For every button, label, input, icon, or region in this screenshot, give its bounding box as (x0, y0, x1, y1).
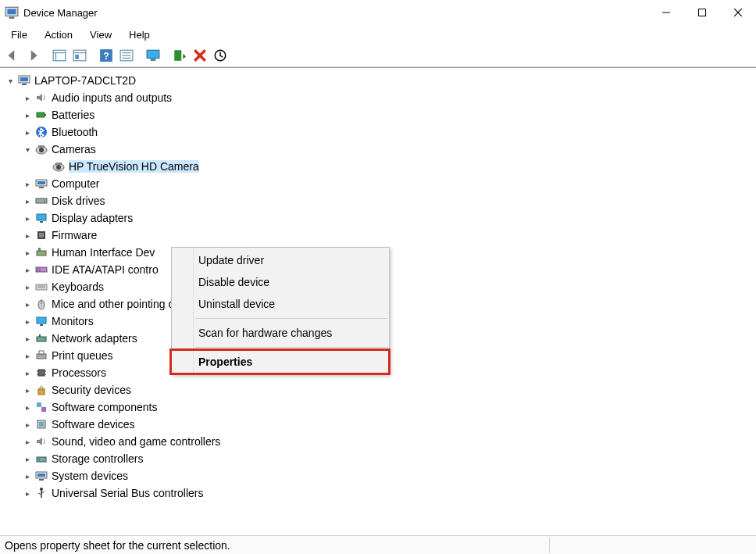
chevron-right-icon[interactable]: ▸ (22, 109, 33, 120)
chevron-right-icon[interactable]: ▸ (22, 402, 33, 413)
chevron-right-icon[interactable]: ▸ (22, 230, 33, 241)
chevron-right-icon[interactable]: ▸ (22, 92, 33, 103)
context-menu-update-driver[interactable]: Update driver (172, 249, 389, 271)
svg-point-73 (38, 459, 40, 460)
menu-action[interactable]: Action (37, 27, 80, 42)
toolbar-forward-button[interactable] (23, 46, 42, 65)
toolbar-uninstall-button[interactable] (191, 46, 209, 65)
chevron-right-icon[interactable]: ▸ (22, 298, 33, 309)
statusbar-separator (549, 538, 550, 553)
toolbar-scan-button[interactable] (170, 46, 189, 65)
tree-item-disk[interactable]: ▸ Disk drives (0, 192, 756, 209)
tree-root[interactable]: ▾ LAPTOP-7ADCLT2D (0, 72, 756, 89)
cpu-icon (34, 366, 48, 380)
chevron-right-icon[interactable]: ▸ (22, 384, 33, 395)
chevron-right-icon[interactable]: ▸ (22, 436, 33, 447)
context-menu-uninstall-device[interactable]: Uninstall device (172, 293, 389, 315)
svg-rect-26 (20, 77, 28, 81)
svg-rect-42 (37, 214, 46, 220)
tree-item-computer[interactable]: ▸ Computer (0, 175, 756, 192)
chevron-right-icon[interactable]: ▸ (22, 178, 33, 189)
menu-file[interactable]: File (3, 27, 35, 42)
titlebar: Device Manager (0, 0, 756, 25)
svg-rect-36 (55, 163, 62, 165)
disk-icon (34, 194, 48, 208)
svg-rect-62 (38, 370, 45, 376)
svg-rect-68 (37, 402, 41, 407)
sound-icon (34, 434, 48, 449)
maximize-button[interactable] (684, 0, 720, 25)
toolbar-help-button[interactable]: ? (97, 46, 116, 65)
svg-rect-56 (37, 317, 46, 323)
window-controls (648, 0, 756, 25)
tree-item-firmware[interactable]: ▸ Firmware (0, 227, 756, 244)
minimize-button[interactable] (648, 0, 684, 25)
toolbar-back-button[interactable] (3, 46, 22, 65)
context-menu-disable-device[interactable]: Disable device (172, 271, 389, 293)
chevron-right-icon[interactable]: ▸ (22, 470, 33, 481)
tree-item-cameras[interactable]: ▾ Cameras (0, 141, 756, 158)
svg-rect-29 (45, 114, 46, 116)
tree-item-sound[interactable]: ▸ Sound, video and game controllers (0, 433, 756, 450)
chevron-down-icon[interactable]: ▾ (22, 144, 33, 155)
toolbar-properties-button[interactable] (70, 46, 89, 65)
toolbar-monitor-button[interactable] (144, 46, 162, 65)
svg-rect-67 (38, 389, 45, 395)
tree-item-audio[interactable]: ▸ Audio inputs and outputs (0, 89, 756, 106)
svg-rect-28 (37, 113, 45, 117)
tree-item-security[interactable]: ▸ Security devices (0, 381, 756, 399)
svg-rect-76 (39, 479, 44, 481)
software-dev-icon (34, 417, 48, 431)
tree-item-usb[interactable]: ▸ Universal Serial Bus controllers (0, 484, 756, 502)
svg-point-77 (40, 488, 43, 491)
svg-rect-58 (37, 337, 46, 341)
svg-point-32 (39, 148, 44, 152)
chevron-right-icon[interactable]: ▸ (22, 247, 33, 258)
ide-icon (34, 263, 48, 277)
toolbar-showhide-button[interactable] (50, 46, 69, 65)
chevron-right-icon[interactable]: ▸ (22, 264, 33, 275)
tree-item-hp-camera[interactable]: HP TrueVision HD Camera (0, 158, 756, 175)
tree-item-batteries[interactable]: ▸ Batteries (0, 106, 756, 123)
tree-item-display[interactable]: ▸ Display adapters (0, 209, 756, 227)
svg-rect-46 (37, 251, 46, 256)
svg-rect-33 (38, 145, 45, 148)
chevron-right-icon[interactable]: ▸ (22, 419, 33, 430)
chevron-right-icon[interactable]: ▸ (22, 195, 33, 206)
svg-rect-20 (151, 59, 156, 60)
context-menu-properties[interactable]: Properties (172, 351, 389, 373)
tree-item-software-devices[interactable]: ▸ Software devices (0, 416, 756, 433)
chevron-right-icon[interactable]: ▸ (22, 213, 33, 223)
display-icon (34, 211, 48, 225)
chevron-right-icon[interactable]: ▸ (22, 350, 33, 361)
usb-icon (34, 486, 48, 500)
keyboard-icon (34, 280, 48, 294)
statusbar: Opens property sheet for the current sel… (0, 535, 756, 554)
chevron-right-icon[interactable]: ▸ (22, 333, 33, 344)
chevron-right-icon[interactable]: ▸ (22, 453, 33, 464)
chevron-down-icon[interactable]: ▾ (5, 75, 16, 86)
tree-item-storage[interactable]: ▸ Storage controllers (0, 450, 756, 467)
chevron-right-icon[interactable]: ▸ (22, 127, 33, 138)
computer-icon (34, 177, 48, 191)
svg-rect-19 (147, 50, 159, 58)
toolbar-actions-button[interactable] (117, 46, 136, 65)
chevron-right-icon[interactable]: ▸ (22, 281, 33, 292)
context-menu-scan-hardware[interactable]: Scan for hardware changes (172, 322, 389, 344)
svg-rect-12 (75, 54, 79, 59)
chevron-right-icon[interactable]: ▸ (22, 367, 33, 378)
tree-item-software-components[interactable]: ▸ Software components (0, 399, 756, 416)
hid-icon (34, 245, 48, 259)
svg-point-35 (56, 165, 61, 170)
security-icon (34, 383, 48, 397)
context-menu: Update driver Disable device Uninstall d… (171, 247, 390, 375)
close-button[interactable] (720, 0, 756, 25)
chevron-right-icon[interactable]: ▸ (22, 488, 33, 499)
tree-item-system[interactable]: ▸ System devices (0, 467, 756, 484)
menu-view[interactable]: View (82, 27, 119, 42)
menu-help[interactable]: Help (121, 27, 158, 42)
tree-item-bluetooth[interactable]: ▸ Bluetooth (0, 123, 756, 141)
chevron-right-icon[interactable]: ▸ (22, 316, 33, 327)
toolbar-update-button[interactable] (211, 46, 230, 65)
camera-icon (52, 159, 66, 173)
